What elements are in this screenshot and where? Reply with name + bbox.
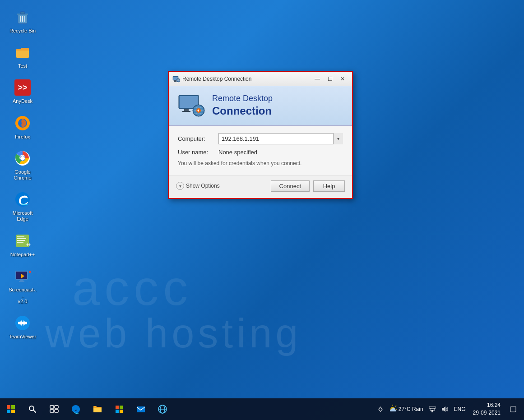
svg-rect-80 bbox=[510, 406, 516, 412]
recycle-bin-image bbox=[14, 8, 32, 26]
svg-rect-66 bbox=[120, 410, 123, 413]
weather-tray[interactable]: 27°C Rain bbox=[386, 405, 425, 414]
rdp-computer-input[interactable] bbox=[218, 133, 343, 144]
mail-taskbar-icon[interactable] bbox=[131, 399, 151, 419]
tray-volume[interactable] bbox=[440, 406, 450, 413]
svg-rect-64 bbox=[120, 406, 123, 409]
google-chrome-label: Google Chrome bbox=[8, 169, 37, 181]
rdp-body: Computer: ▾ User name: None specified Yo… bbox=[169, 126, 352, 175]
svg-line-74 bbox=[395, 406, 396, 406]
svg-rect-27 bbox=[20, 280, 23, 281]
tray-network[interactable] bbox=[427, 406, 438, 413]
clock[interactable]: 16:24 29-09-2021 bbox=[469, 402, 504, 417]
teamviewer-icon[interactable]: TeamViewer bbox=[5, 310, 41, 343]
rdp-header-icon bbox=[178, 94, 205, 117]
svg-rect-61 bbox=[50, 410, 54, 412]
watermark-line2: web hosting bbox=[45, 310, 301, 357]
test-folder-label: Test bbox=[18, 63, 27, 69]
taskbar: 27°C Rain ENG 16:24 29-09-2021 bbox=[0, 398, 524, 420]
google-chrome-image bbox=[14, 149, 32, 167]
svg-rect-44 bbox=[182, 111, 190, 112]
svg-text:+: + bbox=[28, 242, 31, 247]
svg-rect-56 bbox=[11, 410, 15, 413]
rdp-computer-dropdown[interactable]: ▾ bbox=[333, 133, 343, 144]
desktop-icons-area: Recycle Bin Test >> AnyDesk bbox=[5, 5, 41, 343]
rdp-header-text: Remote Desktop Connection bbox=[212, 93, 273, 118]
task-view-button[interactable] bbox=[44, 399, 64, 419]
recycle-bin-icon[interactable]: Recycle Bin bbox=[5, 5, 41, 37]
network-taskbar-icon[interactable] bbox=[153, 399, 172, 419]
notification-button[interactable] bbox=[506, 398, 520, 420]
anydesk-label: AnyDesk bbox=[13, 98, 32, 104]
notepadpp-icon[interactable]: + + Notepad++ bbox=[5, 228, 41, 261]
svg-rect-20 bbox=[17, 238, 26, 239]
rdp-maximize-button[interactable]: ☐ bbox=[324, 74, 336, 84]
rdp-titlebar: Remote Desktop Connection — ☐ ✕ bbox=[169, 72, 352, 86]
svg-rect-37 bbox=[174, 80, 176, 81]
svg-rect-28 bbox=[19, 281, 24, 282]
rdp-computer-input-wrapper: ▾ bbox=[218, 133, 343, 144]
screencast-icon[interactable]: ● Screencast-...v2.0 bbox=[5, 263, 41, 309]
svg-rect-2 bbox=[352, 309, 419, 376]
test-folder-image bbox=[14, 43, 32, 61]
firefox-label: Firefox bbox=[15, 134, 30, 140]
firefox-icon[interactable]: Firefox bbox=[5, 111, 41, 143]
rdp-titlebar-controls: — ☐ ✕ bbox=[311, 74, 348, 84]
rdp-help-button[interactable]: Help bbox=[313, 180, 345, 192]
google-chrome-icon[interactable]: Google Chrome bbox=[5, 146, 41, 185]
rdp-header-line2: Connection bbox=[212, 104, 273, 118]
svg-rect-1 bbox=[427, 234, 494, 301]
screencast-label: Screencast-...v2.0 bbox=[8, 287, 37, 305]
svg-point-40 bbox=[177, 79, 180, 81]
tray-chevron[interactable] bbox=[376, 406, 385, 413]
clock-time: 16:24 bbox=[487, 402, 501, 409]
svg-rect-38 bbox=[174, 81, 176, 82]
firefox-image bbox=[14, 114, 32, 132]
notepadpp-label: Notepad++ bbox=[10, 252, 35, 258]
file-explorer-taskbar-icon[interactable] bbox=[88, 399, 107, 419]
teamviewer-image bbox=[14, 314, 32, 332]
svg-text:>>: >> bbox=[18, 83, 27, 92]
rdp-notice: You will be asked for credentials when y… bbox=[178, 160, 343, 166]
notepadpp-image: + + bbox=[14, 232, 32, 250]
rdp-titlebar-icon bbox=[172, 75, 180, 83]
rdp-show-options-label: Show Options bbox=[186, 183, 220, 189]
windows-logo-watermark bbox=[343, 226, 501, 384]
rdp-close-button[interactable]: ✕ bbox=[337, 74, 348, 84]
svg-rect-67 bbox=[137, 406, 145, 412]
rdp-username-row: User name: None specified bbox=[178, 149, 343, 156]
screencast-image: ● bbox=[14, 267, 32, 285]
svg-rect-60 bbox=[55, 406, 58, 408]
svg-rect-0 bbox=[352, 234, 419, 301]
svg-rect-63 bbox=[116, 406, 119, 409]
rdp-username-value: None specified bbox=[218, 149, 257, 156]
teamviewer-label: TeamViewer bbox=[9, 334, 36, 340]
rdp-minimize-button[interactable]: — bbox=[311, 74, 323, 84]
test-folder-icon[interactable]: Test bbox=[5, 40, 41, 73]
start-button[interactable] bbox=[0, 398, 22, 420]
microsoft-edge-label: Microsoft Edge bbox=[8, 210, 37, 222]
rdp-header: Remote Desktop Connection bbox=[169, 86, 352, 126]
anydesk-icon[interactable]: >> AnyDesk bbox=[5, 75, 41, 108]
svg-line-58 bbox=[33, 410, 36, 412]
search-button[interactable] bbox=[23, 399, 42, 419]
language-tray[interactable]: ENG bbox=[452, 406, 468, 412]
edge-taskbar-icon[interactable] bbox=[66, 399, 86, 419]
rdp-dialog: Remote Desktop Connection — ☐ ✕ bbox=[168, 71, 353, 199]
desktop: accc web hosting bbox=[0, 0, 524, 420]
svg-rect-65 bbox=[116, 410, 119, 413]
taskbar-tray: 27°C Rain ENG 16:24 29-09-2021 bbox=[373, 398, 524, 420]
recycle-bin-label: Recycle Bin bbox=[9, 28, 36, 34]
rdp-computer-label: Computer: bbox=[178, 135, 218, 142]
microsoft-edge-icon[interactable]: Microsoft Edge bbox=[5, 187, 41, 226]
rdp-connect-button[interactable]: Connect bbox=[271, 180, 310, 192]
rdp-show-options[interactable]: ▾ Show Options bbox=[176, 182, 220, 190]
rdp-footer-buttons: Connect Help bbox=[271, 180, 345, 192]
rdp-show-options-icon: ▾ bbox=[176, 182, 184, 190]
store-taskbar-icon[interactable] bbox=[109, 399, 129, 419]
svg-rect-53 bbox=[7, 405, 10, 409]
watermark-line1: accc bbox=[72, 259, 192, 316]
svg-rect-54 bbox=[11, 405, 15, 409]
svg-rect-55 bbox=[7, 410, 10, 413]
svg-rect-22 bbox=[17, 242, 23, 243]
